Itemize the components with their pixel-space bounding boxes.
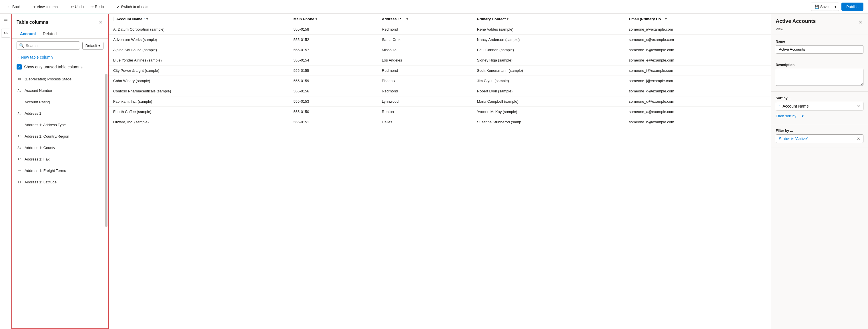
table-cell: Renton bbox=[377, 107, 472, 117]
column-name: Address 1: Country/Region bbox=[25, 134, 69, 138]
sort-section: Sort by ... ↑ Account Name ✕ Then sort b… bbox=[771, 91, 868, 124]
table-row[interactable]: Blue Yonder Airlines (sample)555-0154Los… bbox=[108, 55, 771, 65]
column-name: Address 1: Address Type bbox=[25, 123, 66, 127]
main-layout: ☰ Ab Table columns ✕ Account Related 🔍 D… bbox=[0, 14, 868, 329]
list-item[interactable]: AbAddress 1: County bbox=[12, 142, 108, 153]
list-item[interactable]: ⊟Address 1: Latitude bbox=[12, 176, 108, 188]
list-item[interactable]: —Address 1: Freight Terms bbox=[12, 165, 108, 176]
table-row[interactable]: Fabrikam, Inc. (sample)555-0153LynnwoodM… bbox=[108, 97, 771, 107]
table-cell: Maria Campbell (sample) bbox=[472, 97, 624, 107]
panel-header: Table columns ✕ bbox=[12, 14, 108, 29]
text-icon-button[interactable]: Ab bbox=[1, 29, 10, 38]
column-type-icon: Ab bbox=[17, 133, 22, 139]
save-icon: 💾 bbox=[814, 5, 819, 9]
table-row[interactable]: A. Datum Corporation (sample)555-0158Red… bbox=[108, 24, 771, 35]
list-item[interactable]: —Account Rating bbox=[12, 96, 108, 108]
list-item[interactable]: AbAccount Number bbox=[12, 85, 108, 96]
undo-button[interactable]: ↩ Undo bbox=[68, 3, 87, 10]
list-item[interactable]: AbAddress 1: Country/Region bbox=[12, 131, 108, 142]
search-icon: 🔍 bbox=[19, 43, 24, 48]
sort-remove-button[interactable]: ✕ bbox=[857, 104, 860, 108]
plus-icon: + bbox=[17, 55, 19, 60]
props-close-button[interactable]: ✕ bbox=[858, 18, 863, 26]
table-row[interactable]: Fourth Coffee (sample)555-0150RentonYvon… bbox=[108, 107, 771, 117]
back-button[interactable]: ← Back bbox=[5, 3, 24, 10]
column-type-icon: Ab bbox=[17, 110, 22, 116]
description-label: Description bbox=[776, 63, 863, 67]
column-name: Address 1: Latitude bbox=[25, 180, 57, 184]
column-header[interactable]: Primary Contact▾ bbox=[472, 14, 624, 24]
table-cell: 555-0157 bbox=[289, 45, 377, 55]
switch-classic-button[interactable]: ⤢ Switch to classic bbox=[114, 3, 151, 10]
table-cell: Dallas bbox=[377, 117, 472, 127]
props-subtitle: View bbox=[771, 27, 868, 35]
sort-label: Sort by ... bbox=[776, 96, 863, 100]
description-textarea[interactable] bbox=[776, 68, 863, 86]
default-select[interactable]: Default ▾ bbox=[82, 42, 103, 50]
scrollbar[interactable] bbox=[105, 74, 107, 227]
publish-button[interactable]: Publish bbox=[841, 3, 863, 11]
table-cell: Nancy Anderson (sample) bbox=[472, 35, 624, 45]
filter-section: Filter by ... Status is 'Active' ✕ bbox=[771, 124, 868, 148]
panel-close-button[interactable]: ✕ bbox=[97, 18, 103, 26]
list-item[interactable]: AbAddress 1 bbox=[12, 108, 108, 119]
column-header[interactable]: Main Phone▾ bbox=[289, 14, 377, 24]
table-cell: Alpine Ski House (sample) bbox=[108, 45, 289, 55]
grid-table: Account Name↑▾Main Phone▾Address 1: ...▾… bbox=[108, 14, 771, 127]
toolbar: ← Back + View column ↩ Undo ↪ Redo ⤢ Swi… bbox=[0, 0, 868, 14]
column-name: Account Rating bbox=[25, 100, 50, 104]
column-header[interactable]: Email (Primary Co...▾ bbox=[624, 14, 771, 24]
list-item[interactable]: —Address 1: Address Type bbox=[12, 119, 108, 131]
new-column-button[interactable]: + New table column bbox=[12, 52, 108, 62]
filter-dropdown-icon[interactable]: ▾ bbox=[315, 17, 317, 21]
column-header-label: Primary Contact bbox=[477, 17, 505, 21]
list-item[interactable]: ⊞(Deprecated) Process Stage bbox=[12, 73, 108, 85]
filter-dropdown-icon[interactable]: ▾ bbox=[665, 17, 667, 21]
menu-icon-button[interactable]: ☰ bbox=[1, 16, 10, 25]
column-header[interactable]: Address 1: ...▾ bbox=[377, 14, 472, 24]
filter-dropdown-icon[interactable]: ▾ bbox=[406, 17, 408, 21]
show-unused-checkbox[interactable]: ✓ bbox=[17, 64, 22, 70]
tab-related[interactable]: Related bbox=[39, 29, 60, 38]
search-input[interactable] bbox=[26, 44, 78, 48]
then-sort-button[interactable]: Then sort by ... ▾ bbox=[776, 113, 804, 119]
table-row[interactable]: Coho Winery (sample)555-0159PhoenixJim G… bbox=[108, 76, 771, 86]
sort-field-label: Account Name bbox=[782, 104, 809, 108]
table-cell: Robert Lyon (sample) bbox=[472, 86, 624, 97]
tab-account[interactable]: Account bbox=[17, 29, 39, 38]
save-dropdown-button[interactable]: ▾ bbox=[832, 3, 839, 11]
description-section: Description bbox=[771, 58, 868, 91]
column-type-icon: Ab bbox=[17, 145, 22, 150]
column-type-icon: ⊞ bbox=[17, 76, 22, 82]
table-cell: someone_b@example.com bbox=[624, 117, 771, 127]
toolbar-divider-2 bbox=[64, 3, 64, 10]
column-type-icon: — bbox=[17, 99, 22, 105]
toolbar-divider-1 bbox=[27, 3, 27, 10]
filter-dropdown-icon[interactable]: ▾ bbox=[507, 17, 508, 21]
column-header-label: Main Phone bbox=[293, 17, 314, 21]
table-row[interactable]: Contoso Pharmaceuticals (sample)555-0156… bbox=[108, 86, 771, 97]
view-column-button[interactable]: + View column bbox=[31, 3, 61, 10]
column-list: ⊞(Deprecated) Process StageAbAccount Num… bbox=[12, 73, 108, 328]
table-cell: 555-0153 bbox=[289, 97, 377, 107]
name-input[interactable] bbox=[776, 45, 863, 54]
table-row[interactable]: Litware, Inc. (sample)555-0151DallasSusa… bbox=[108, 117, 771, 127]
save-button[interactable]: 💾 Save bbox=[811, 3, 832, 11]
column-name: (Deprecated) Process Stage bbox=[25, 77, 71, 81]
redo-button[interactable]: ↪ Redo bbox=[88, 3, 106, 10]
table-cell: Paul Cannon (sample) bbox=[472, 45, 624, 55]
switch-icon: ⤢ bbox=[117, 5, 120, 9]
table-row[interactable]: City Power & Light (sample)555-0155Redmo… bbox=[108, 65, 771, 76]
filter-remove-button[interactable]: ✕ bbox=[857, 136, 860, 141]
table-row[interactable]: Adventure Works (sample)555-0152Santa Cr… bbox=[108, 35, 771, 45]
list-item[interactable]: AbAddress 1: Fax bbox=[12, 153, 108, 165]
chevron-down-icon: ▾ bbox=[835, 5, 837, 9]
props-header: Active Accounts ✕ bbox=[771, 14, 868, 27]
filter-dropdown-icon[interactable]: ▾ bbox=[146, 17, 148, 21]
column-header[interactable]: Account Name↑▾ bbox=[108, 14, 289, 24]
table-cell: 555-0154 bbox=[289, 55, 377, 65]
table-cell: Jim Glynn (sample) bbox=[472, 76, 624, 86]
table-row[interactable]: Alpine Ski House (sample)555-0157Missoul… bbox=[108, 45, 771, 55]
table-cell: Fourth Coffee (sample) bbox=[108, 107, 289, 117]
panel-tabs: Account Related bbox=[12, 29, 108, 38]
